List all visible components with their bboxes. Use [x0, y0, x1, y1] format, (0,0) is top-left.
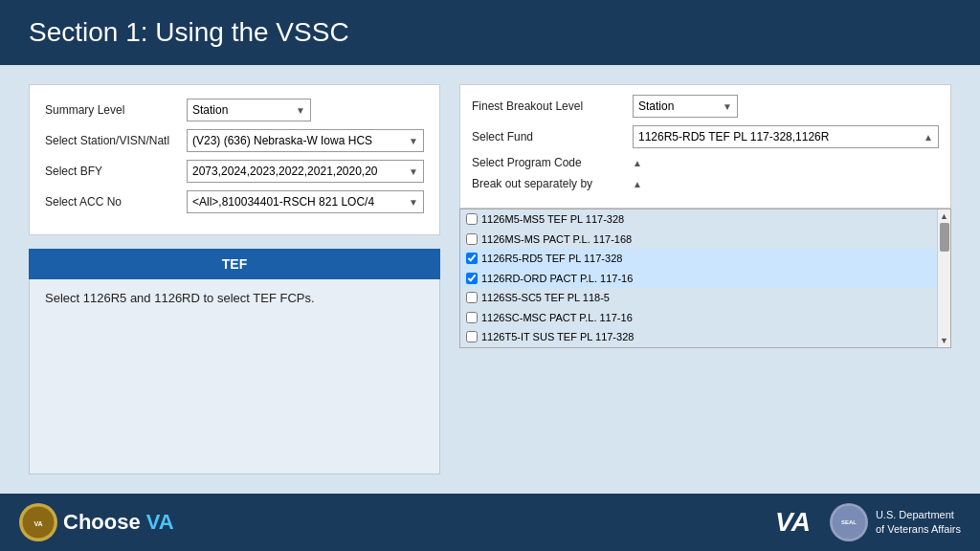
summary-level-row: Summary Level Station ▼	[45, 99, 424, 121]
finest-breakout-row: Finest Breakout Level Station ▼	[472, 95, 939, 118]
main-content: Summary Level Station ▼ Select Station/V…	[0, 65, 980, 494]
scroll-up-arrow[interactable]: ▲	[940, 211, 948, 221]
select-fund-value: 1126R5-RD5 TEF PL 117-328,1126R	[638, 130, 920, 143]
summary-level-control[interactable]: Station ▼	[187, 99, 311, 121]
station-visn-value: (V23) (636) Nebraska-W Iowa HCS	[192, 134, 405, 147]
station-visn-control[interactable]: (V23) (636) Nebraska-W Iowa HCS ▼	[187, 129, 424, 152]
dropdown-item[interactable]: 1126M5-MS5 TEF PL 117-328	[460, 209, 937, 230]
left-section: Summary Level Station ▼ Select Station/V…	[29, 84, 440, 474]
finest-breakout-control[interactable]: Station ▼	[633, 95, 738, 118]
dropdown-item[interactable]: 1126R5-RD5 TEF PL 117-328	[460, 249, 937, 269]
dropdown-item-label: 1126R5-RD5 TEF PL 117-328	[481, 251, 622, 267]
footer-dept-text: U.S. Department of Veterans Affairs	[876, 508, 961, 538]
dropdown-item[interactable]: 1126T5-IT SUS TEF PL 117-328	[460, 327, 937, 347]
dropdown-item-checkbox[interactable]	[466, 233, 478, 245]
summary-level-value: Station	[192, 103, 292, 117]
va-text-blue: VA	[146, 510, 174, 535]
footer-dept-seal: SEAL	[830, 503, 868, 541]
break-out-row: Break out separately by ▲	[472, 177, 939, 190]
dropdown-item[interactable]: 1126S5-SC5 TEF PL 118-5	[460, 288, 937, 308]
dropdown-item-label: 1126S5-SC5 TEF PL 118-5	[481, 290, 610, 306]
dept-line2: of Veterans Affairs	[876, 522, 961, 537]
select-program-row: Select Program Code ▲	[472, 156, 939, 169]
acc-no-arrow: ▼	[409, 197, 418, 208]
form-panel-right: Finest Breakout Level Station ▼ Select F…	[459, 84, 951, 209]
dept-line1: U.S. Department	[876, 508, 961, 522]
dropdown-items-list: 1126M5-MS5 TEF PL 117-3281126MS-MS PACT …	[460, 209, 937, 347]
footer-dept: SEAL U.S. Department of Veterans Affairs	[830, 503, 961, 541]
summary-level-label: Summary Level	[45, 103, 179, 117]
finest-breakout-arrow: ▼	[723, 101, 732, 112]
acc-no-label: Select ACC No	[45, 195, 179, 209]
dropdown-item-label: 1126SC-MSC PACT P.L. 117-16	[481, 310, 633, 326]
choose-va-logo: VA Choose VA	[19, 503, 174, 541]
dropdown-item-checkbox[interactable]	[466, 312, 478, 323]
info-box-body: Select 1126R5 and 1126RD to select TEF F…	[29, 279, 440, 474]
station-visn-row: Select Station/VISN/Natl (V23) (636) Neb…	[45, 129, 424, 152]
acc-no-control[interactable]: <All>,810034401-RSCH 821 LOC/4 ▼	[187, 190, 424, 213]
va-logo: VA	[775, 507, 811, 538]
dropdown-item-label: 1126RD-ORD PACT P.L. 117-16	[481, 271, 633, 287]
header: Section 1: Using the VSSC	[0, 0, 980, 65]
summary-level-arrow: ▼	[296, 105, 305, 116]
break-out-label: Break out separately by	[472, 177, 625, 190]
form-panel-left: Summary Level Station ▼ Select Station/V…	[29, 84, 440, 235]
dropdown-item[interactable]: 1126MS-MS PACT P.L. 117-168	[460, 230, 937, 250]
select-program-scroll-right: ▲	[633, 158, 642, 168]
scrollbar[interactable]: ▲ ▼	[937, 209, 950, 347]
dropdown-item-checkbox[interactable]	[466, 292, 478, 303]
dropdown-item-checkbox[interactable]	[466, 331, 478, 342]
dropdown-item-label: 1126T5-IT SUS TEF PL 117-328	[481, 329, 634, 345]
bfy-row: Select BFY 2073,2024,2023,2022,2021,2020…	[45, 160, 424, 183]
finest-breakout-value: Station	[638, 99, 719, 113]
acc-no-value: <All>,810034401-RSCH 821 LOC/4	[192, 195, 405, 209]
footer: VA Choose VA VA SEAL U.S. Department of …	[0, 494, 980, 551]
page-title: Section 1: Using the VSSC	[29, 17, 951, 48]
info-box-title: TEF	[29, 249, 440, 279]
dropdown-item-checkbox[interactable]	[466, 213, 478, 225]
station-visn-arrow: ▼	[409, 136, 418, 146]
bfy-label: Select BFY	[45, 165, 179, 178]
bfy-arrow: ▼	[409, 166, 418, 177]
break-out-scroll: ▲	[633, 179, 642, 189]
station-visn-label: Select Station/VISN/Natl	[45, 134, 179, 147]
finest-breakout-label: Finest Breakout Level	[472, 99, 625, 113]
choose-text: Choose	[63, 510, 141, 535]
info-box: TEF Select 1126R5 and 1126RD to select T…	[29, 249, 440, 474]
scroll-down-arrow[interactable]: ▼	[940, 336, 948, 345]
select-fund-scroll: ▲	[924, 132, 933, 143]
bfy-control[interactable]: 2073,2024,2023,2022,2021,2020,20 ▼	[187, 160, 424, 183]
dropdown-item-label: 1126M5-MS5 TEF PL 117-328	[481, 211, 624, 228]
dropdown-item-checkbox[interactable]	[466, 253, 478, 264]
scroll-thumb[interactable]	[940, 223, 949, 252]
dropdown-item-label: 1126MS-MS PACT P.L. 117-168	[481, 231, 632, 248]
bfy-value: 2073,2024,2023,2022,2021,2020,20	[192, 165, 405, 178]
right-section: Finest Breakout Level Station ▼ Select F…	[459, 84, 951, 474]
select-fund-row: Select Fund 1126R5-RD5 TEF PL 117-328,11…	[472, 125, 939, 148]
select-program-label: Select Program Code	[472, 156, 625, 169]
acc-no-row: Select ACC No <All>,810034401-RSCH 821 L…	[45, 190, 424, 213]
footer-seal-left: VA	[19, 503, 57, 541]
program-code-dropdown[interactable]: 1126M5-MS5 TEF PL 117-3281126MS-MS PACT …	[459, 209, 951, 348]
dropdown-item[interactable]: 1126SC-MSC PACT P.L. 117-16	[460, 308, 937, 328]
dropdown-item-checkbox[interactable]	[466, 273, 478, 284]
select-fund-label: Select Fund	[472, 130, 625, 143]
dropdown-item[interactable]: 1126RD-ORD PACT P.L. 117-16	[460, 269, 937, 289]
svg-text:SEAL: SEAL	[841, 519, 857, 525]
select-fund-control[interactable]: 1126R5-RD5 TEF PL 117-328,1126R ▲	[633, 125, 939, 148]
svg-text:VA: VA	[33, 520, 42, 527]
